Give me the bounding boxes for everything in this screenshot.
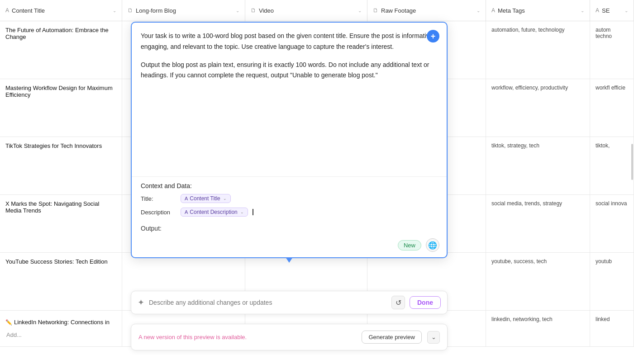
row-se-3: social innova	[596, 200, 627, 207]
add-link[interactable]: Add...	[6, 331, 22, 338]
row-se-4: youtub	[596, 258, 612, 265]
row-meta-2: tiktok, strategy, tech	[491, 142, 539, 149]
doc-icon: 🗋	[251, 7, 256, 14]
table-container: A Content Title ⌄ 🗋 Long-form Blog ⌄ 🗋 V…	[0, 0, 634, 364]
header-long-form-blog[interactable]: 🗋 Long-form Blog ⌄	[122, 0, 245, 21]
cell-title-2: TikTok Strategies for Tech Innovators	[0, 137, 122, 194]
popup-connector-arrow	[286, 257, 293, 263]
text-field-icon: A	[185, 196, 188, 201]
cell-se-0: autom techno	[590, 21, 634, 79]
text-icon: A	[5, 7, 9, 14]
chevron-down-icon: ⌄	[581, 8, 584, 13]
chevron-down-icon: ⌄	[223, 196, 227, 201]
title-field-tag[interactable]: A Content Title ⌄	[181, 194, 231, 203]
cell-se-4: youtub	[590, 253, 634, 310]
additional-changes-input[interactable]	[149, 299, 387, 306]
paragraph-2: Output the blog post as plain text, ensu…	[141, 60, 438, 81]
col-label: SE	[602, 7, 610, 14]
chevron-down-icon: ⌄	[431, 334, 436, 340]
output-label: Output:	[141, 225, 162, 232]
description-row: Description A Content Description ⌄	[141, 208, 438, 217]
title-row: Title: A Content Title ⌄	[141, 194, 438, 203]
text-icon: A	[596, 7, 599, 14]
col-label: Long-form Blog	[136, 7, 176, 14]
scrollbar-track[interactable]	[630, 22, 634, 364]
row-title-3: X Marks the Spot: Navigating Social Medi…	[5, 200, 116, 214]
description-field-label: Content Description	[190, 209, 237, 215]
context-heading: Context and Data:	[141, 182, 438, 189]
row-title-2: TikTok Strategies for Tech Innovators	[5, 142, 102, 149]
row-meta-1: workflow, efficiency, productivity	[491, 85, 568, 91]
text-icon: A	[491, 7, 495, 14]
cell-title-5: ✏️ LinkedIn Networking: Connections in A…	[0, 311, 122, 346]
chevron-down-icon: ⌄	[358, 8, 362, 13]
chevron-down-icon: ⌄	[477, 8, 480, 13]
cell-title-1: Mastering Workflow Design for Maximum Ef…	[0, 79, 122, 137]
col-label: Raw Footage	[381, 7, 416, 14]
plus-icon: +	[431, 32, 436, 41]
popup-footer: New 🌐	[132, 234, 447, 257]
text-field-icon: A	[185, 209, 188, 215]
preview-message: A new version of this preview is availab…	[138, 334, 356, 340]
title-label: Title:	[141, 195, 177, 202]
row-title-5: LinkedIn Networking: Connections in	[14, 319, 110, 326]
header-video[interactable]: 🗋 Video ⌄	[245, 0, 367, 21]
header-meta-tags[interactable]: A Meta Tags ⌄	[486, 0, 590, 21]
cell-meta-5: linkedin, networking, tech	[486, 311, 590, 346]
cell-meta-3: social media, trends, strategy	[486, 195, 590, 252]
cell-se-2: tiktok,	[590, 137, 634, 194]
globe-button[interactable]: 🌐	[426, 238, 439, 252]
row-meta-0: automation, future, technology	[491, 27, 564, 33]
text-cursor	[253, 209, 253, 215]
row-se-2: tiktok,	[596, 142, 610, 149]
row-title-0: The Future of Automation: Embrace the Ch…	[5, 27, 116, 40]
generate-preview-button[interactable]: Generate preview	[362, 331, 422, 344]
col-label: Video	[259, 7, 274, 14]
header-raw-footage[interactable]: 🗋 Raw Footage ⌄	[367, 0, 486, 21]
done-button[interactable]: Done	[410, 296, 441, 309]
cell-title-0: The Future of Automation: Embrace the Ch…	[0, 21, 122, 79]
col-label: Content Title	[12, 7, 45, 14]
sparkle-icon: ✦	[138, 298, 144, 307]
undo-button[interactable]: ↺	[391, 296, 405, 309]
row-meta-3: social media, trends, strategy	[491, 200, 562, 207]
pencil-icon: ✏️	[5, 319, 12, 326]
prompt-editor-popup: + Your task is to write a 100-word blog …	[131, 22, 448, 258]
row-se-1: workfl efficie	[596, 85, 625, 91]
cell-se-1: workfl efficie	[590, 79, 634, 137]
title-field-label: Content Title	[190, 195, 220, 202]
row-title-1: Mastering Workflow Design for Maximum Ef…	[5, 85, 116, 98]
scrollbar-thumb[interactable]	[631, 144, 633, 180]
row-meta-5: linkedin, networking, tech	[491, 316, 553, 322]
cell-meta-4: youtube, success, tech	[486, 253, 590, 310]
col-label: Meta Tags	[498, 7, 525, 14]
chevron-down-icon: ⌄	[113, 8, 116, 13]
context-section: Context and Data: Title: A Content Title…	[132, 176, 447, 217]
chevron-down-icon: ⌄	[240, 210, 244, 214]
plus-button[interactable]: +	[427, 30, 439, 43]
paragraph-1: Your task is to write a 100-word blog po…	[141, 31, 438, 52]
chevron-down-icon: ⌄	[236, 8, 239, 13]
header-content-title[interactable]: A Content Title ⌄	[0, 0, 122, 21]
cell-meta-0: automation, future, technology	[486, 21, 590, 79]
preview-chevron-down[interactable]: ⌄	[427, 331, 440, 344]
doc-icon: 🗋	[128, 7, 133, 14]
preview-bar: A new version of this preview is availab…	[131, 324, 448, 350]
undo-icon: ↺	[396, 298, 401, 307]
cell-title-3: X Marks the Spot: Navigating Social Medi…	[0, 195, 122, 252]
cell-meta-1: workflow, efficiency, productivity	[486, 79, 590, 137]
doc-icon: 🗋	[373, 7, 378, 14]
description-label: Description	[141, 209, 177, 216]
cell-se-3: social innova	[590, 195, 634, 252]
popup-content-area[interactable]: Your task is to write a 100-word blog po…	[132, 23, 447, 176]
globe-icon: 🌐	[428, 241, 437, 250]
header-row: A Content Title ⌄ 🗋 Long-form Blog ⌄ 🗋 V…	[0, 0, 634, 21]
row-se-0: autom techno	[596, 27, 628, 39]
description-field-tag[interactable]: A Content Description ⌄	[181, 208, 248, 217]
cell-title-4: YouTube Success Stories: Tech Edition	[0, 253, 122, 310]
header-se[interactable]: A SE ⌄	[590, 0, 634, 21]
row-title-4: YouTube Success Stories: Tech Edition	[5, 258, 108, 265]
cell-se-5: linked	[590, 311, 634, 346]
new-badge[interactable]: New	[398, 240, 421, 251]
cell-meta-2: tiktok, strategy, tech	[486, 137, 590, 194]
